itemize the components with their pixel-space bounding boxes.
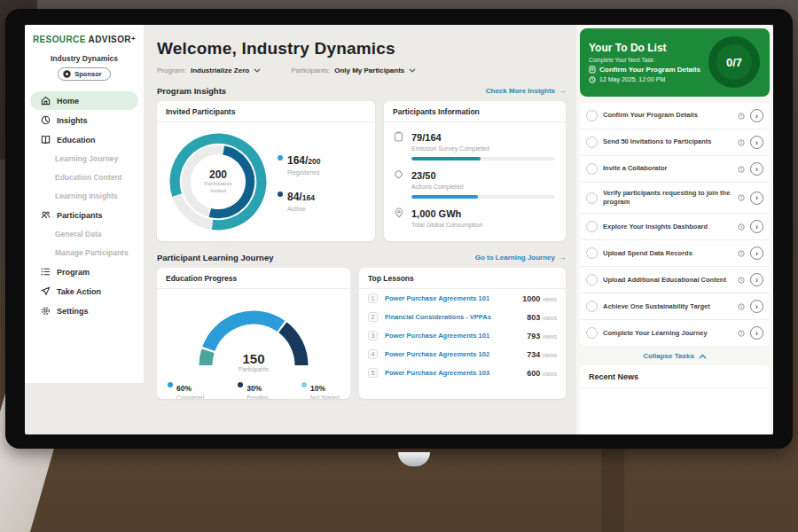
- arrow-right-icon: →: [559, 254, 566, 262]
- lesson-views-suffix: views: [543, 315, 557, 321]
- task-label: Upload Spend Data Records: [603, 249, 732, 258]
- task-checkbox[interactable]: [586, 247, 598, 259]
- collapse-tasks-link[interactable]: Collapse Tasks: [580, 346, 770, 365]
- clock-icon: [738, 330, 745, 337]
- task-open-button[interactable]: ›: [750, 326, 763, 340]
- task-checkbox[interactable]: [586, 110, 598, 121]
- clock-icon: [738, 250, 745, 257]
- participants-dropdown[interactable]: Participants: Only My Participants: [291, 66, 416, 74]
- sidebar: RESOURCE ADVISOR+ Industry Dynamics Spon…: [25, 25, 144, 383]
- task-row-2[interactable]: Send 50 Invitations to Participants ›: [580, 129, 770, 156]
- sidebar-item-learning-insights[interactable]: Learning Insights: [30, 187, 138, 205]
- recent-news-title: Recent News: [580, 365, 770, 388]
- task-open-button[interactable]: ›: [750, 220, 763, 233]
- background-shadow: [601, 443, 624, 532]
- stat-actions-completed: 23/50Actions Completed: [384, 160, 566, 192]
- donut-legend: 164/200 Registered 84/164 Active: [278, 152, 321, 213]
- todo-datetime: 12 May 2025, 12:00 PM: [599, 76, 665, 82]
- legend-item-pending: 30%Pending: [238, 379, 268, 399]
- task-checkbox[interactable]: [586, 137, 598, 148]
- legend-value: 30%: [246, 384, 262, 393]
- settings-icon: [41, 306, 51, 316]
- learning-journey-header: Participant Learning Journey Go to Learn…: [157, 253, 566, 262]
- sidebar-item-program[interactable]: Program: [30, 262, 138, 281]
- sidebar-item-take-action[interactable]: Take Action: [30, 282, 138, 301]
- task-open-button[interactable]: ›: [750, 162, 763, 176]
- sidebar-item-label: Settings: [57, 307, 89, 316]
- go-to-learning-journey-link[interactable]: Go to Learning Journey→: [475, 254, 566, 262]
- lesson-title-link[interactable]: Power Purchase Agreements 101: [385, 332, 520, 340]
- legend-value: 60%: [176, 384, 192, 393]
- lesson-views-suffix: views: [543, 333, 557, 340]
- task-open-button[interactable]: ›: [750, 273, 763, 286]
- sidebar-item-education-content[interactable]: Education Content: [30, 168, 138, 186]
- task-open-button[interactable]: ›: [750, 109, 763, 122]
- logo-text-secondary: ADVISOR: [89, 35, 131, 44]
- task-row-9[interactable]: Complete Your Learning Journey ›: [580, 320, 770, 346]
- sidebar-item-label: Learning Journey: [55, 154, 118, 163]
- sidebar-item-home[interactable]: Home: [30, 91, 138, 110]
- sponsor-badge-label: Sponsor: [74, 70, 101, 78]
- chevron-up-icon: [699, 354, 707, 359]
- main-content: Welcome, Industry Dynamics Program: Indu…: [144, 25, 576, 434]
- lesson-row-4[interactable]: 4 Power Purchase Agreements 102 734 view…: [359, 345, 566, 364]
- todo-progress-ring: 0/7: [708, 36, 760, 88]
- task-open-button[interactable]: ›: [750, 246, 763, 260]
- lesson-row-5[interactable]: 5 Power Purchase Agreements 103 600 view…: [359, 364, 566, 382]
- lesson-row-1[interactable]: 1 Power Purchase Agreements 101 1000 vie…: [359, 289, 566, 308]
- clock-icon: [738, 223, 745, 231]
- stat-global-consumption: 1,000 GWhTotal Global Consumption: [384, 199, 566, 230]
- task-checkbox[interactable]: [586, 221, 598, 232]
- task-checkbox[interactable]: [586, 301, 598, 312]
- sidebar-item-participants[interactable]: Participants: [30, 206, 138, 224]
- sidebar-item-manage-participants[interactable]: Manage Participants: [30, 244, 138, 262]
- sidebar-item-education[interactable]: Education: [30, 130, 138, 149]
- task-label: Confirm Your Program Details: [603, 111, 732, 120]
- chevron-down-icon: [254, 68, 261, 73]
- invited-participants-card: Invited Participants 200 Participants In…: [157, 101, 375, 241]
- task-open-button[interactable]: ›: [750, 192, 763, 205]
- participants-value: Only My Participants: [334, 66, 404, 74]
- task-row-3[interactable]: Invite a Collaborator ›: [580, 156, 770, 183]
- legend-value: 10%: [310, 384, 325, 393]
- check-more-insights-link[interactable]: Check More Insights→: [486, 87, 566, 95]
- sidebar-item-insights[interactable]: Insights: [30, 111, 138, 129]
- task-row-4[interactable]: Verify participants requesting to join t…: [580, 183, 770, 214]
- task-row-8[interactable]: Achieve One Sustainability Target ›: [580, 293, 770, 320]
- task-row-6[interactable]: Upload Spend Data Records ›: [580, 240, 770, 267]
- task-open-button[interactable]: ›: [750, 136, 763, 149]
- organization-name: Industry Dynamics: [25, 54, 144, 63]
- task-row-5[interactable]: Explore Your Insights Dashboard ›: [580, 214, 770, 240]
- take-action-icon: [41, 286, 51, 296]
- task-row-1[interactable]: Confirm Your Program Details ›: [580, 103, 770, 129]
- lesson-title-link[interactable]: Power Purchase Agreements 102: [385, 350, 520, 358]
- lesson-title-link[interactable]: Power Purchase Agreements 101: [385, 294, 515, 302]
- stat-label: Total Global Consumption: [411, 222, 482, 228]
- dashboard-screen: RESOURCE ADVISOR+ Industry Dynamics Spon…: [25, 25, 773, 434]
- legend-label: Registered: [287, 168, 321, 176]
- task-label: Achieve One Sustainability Target: [603, 302, 732, 311]
- task-row-7[interactable]: Upload Additional Educational Content ›: [580, 267, 770, 293]
- task-checkbox[interactable]: [586, 327, 598, 339]
- lesson-title-link[interactable]: Financial Considerations - VPPAs: [385, 313, 520, 321]
- lesson-row-3[interactable]: 3 Power Purchase Agreements 101 793 view…: [359, 326, 566, 345]
- legend-total: 200: [308, 157, 320, 166]
- sidebar-item-settings[interactable]: Settings: [30, 301, 138, 320]
- lesson-views-suffix: views: [543, 296, 557, 302]
- stat-value: 1,000 GWh: [411, 208, 461, 219]
- task-open-button[interactable]: ›: [750, 300, 763, 313]
- sidebar-item-label: Education: [57, 136, 96, 145]
- consumption-icon: [393, 207, 404, 218]
- task-checkbox[interactable]: [586, 274, 598, 286]
- lesson-title-link[interactable]: Power Purchase Agreements 103: [385, 369, 520, 377]
- card-title: Participants Information: [384, 101, 566, 122]
- sidebar-item-learning-journey[interactable]: Learning Journey: [30, 150, 138, 168]
- sidebar-item-general-data[interactable]: General Data: [30, 225, 138, 243]
- task-checkbox[interactable]: [586, 192, 598, 204]
- task-checkbox[interactable]: [586, 163, 598, 175]
- program-dropdown[interactable]: Program: Industrialize Zero: [157, 66, 261, 74]
- lesson-views-suffix: views: [543, 352, 557, 358]
- lesson-row-2[interactable]: 2 Financial Considerations - VPPAs 803 v…: [359, 308, 566, 326]
- task-label: Invite a Collaborator: [603, 164, 732, 173]
- gauge-center-caption: Participants: [187, 366, 320, 372]
